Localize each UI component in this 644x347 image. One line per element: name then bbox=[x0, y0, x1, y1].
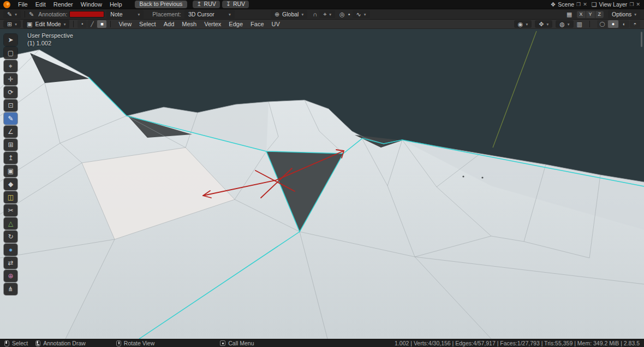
editor-type-dropdown[interactable]: ⊞ ▾ bbox=[3, 20, 21, 28]
3d-viewport[interactable] bbox=[0, 29, 644, 339]
chevron-down-icon: ▾ bbox=[526, 22, 528, 27]
tool-scale[interactable]: ⊡ bbox=[4, 99, 17, 111]
topbar-menu-edit[interactable]: Edit bbox=[32, 1, 50, 8]
mirror-grid-icon: ▦ bbox=[567, 11, 572, 17]
tool-rotate[interactable]: ⟳ bbox=[4, 86, 17, 98]
mirror-z-button[interactable]: Z bbox=[595, 11, 604, 18]
tool-rip-region[interactable]: ⋔ bbox=[4, 283, 17, 295]
topbar-menu-file[interactable]: File bbox=[14, 1, 32, 8]
snapping-dropdown[interactable]: ⌖ ▾ bbox=[319, 10, 335, 18]
viewport-menu-vertex[interactable]: Vertex bbox=[200, 20, 225, 28]
tool-edge-slide[interactable]: ⇄ bbox=[4, 257, 17, 269]
viewport-info-overlay: User Perspective (1) 1.002 bbox=[27, 32, 73, 47]
tool-add-cube[interactable]: ⊞ bbox=[4, 139, 17, 151]
back-to-previous-button[interactable]: Back to Previous bbox=[135, 1, 188, 9]
tool-poly-build[interactable]: △ bbox=[4, 217, 17, 230]
left-toolbar: ➤ ▢ ⌖ ✛ ⟳ ⊡ ✎ ∠ ⊞ ↥ bbox=[4, 34, 17, 295]
xray-toggle-icon[interactable]: ▥ bbox=[577, 21, 582, 27]
viewport-menu-face[interactable]: Face bbox=[247, 20, 267, 28]
scene-icon: ❖ bbox=[550, 2, 556, 8]
tool-loop-cut[interactable]: ◫ bbox=[4, 191, 17, 203]
select-mode-buttons: • ╱ ■ bbox=[77, 20, 106, 28]
blender-logo-icon[interactable] bbox=[3, 1, 10, 8]
tool-icon: ✛ bbox=[8, 76, 13, 83]
editor-type-icon: ⊞ bbox=[7, 21, 12, 27]
tool-select-box[interactable]: ▢ bbox=[4, 47, 17, 59]
viewport-menu-uv[interactable]: UV bbox=[268, 20, 284, 28]
tool-extrude-region[interactable]: ↥ bbox=[4, 152, 17, 164]
mirror-axis-toggles: X Y Z bbox=[577, 11, 604, 18]
shading-material-button[interactable]: ◐ bbox=[619, 20, 629, 28]
annotation-pencil-icon: ✎ bbox=[29, 11, 34, 17]
active-tool-dropdown[interactable]: ✎ ▾ bbox=[3, 10, 21, 18]
proportional-objects-icon[interactable]: • bbox=[348, 11, 350, 17]
topbar-menu-window[interactable]: Window bbox=[77, 1, 106, 8]
unlink-scene-icon[interactable]: ✕ bbox=[583, 2, 587, 7]
mirror-y-button[interactable]: Y bbox=[586, 11, 595, 18]
tool-knife[interactable]: ✂ bbox=[4, 204, 17, 216]
gizmos-dropdown[interactable]: ✥ ▾ bbox=[535, 20, 552, 28]
select-mode-vertex[interactable]: • bbox=[77, 20, 87, 28]
status-hints: Select Annotation Draw Rotate View Call … bbox=[0, 340, 254, 346]
falloff-curve-icon: ∿ bbox=[356, 11, 361, 17]
status-bar: Select Annotation Draw Rotate View Call … bbox=[0, 339, 644, 347]
visibility-dropdown[interactable]: ◉ ▾ bbox=[514, 20, 532, 28]
tool-tweak[interactable]: ➤ bbox=[4, 34, 17, 46]
snap-magnet-icon[interactable]: ∩ bbox=[313, 11, 317, 17]
shading-solid-button[interactable]: ● bbox=[608, 20, 618, 28]
viewport-scrollbar[interactable] bbox=[641, 32, 642, 47]
tool-spin[interactable]: ↻ bbox=[4, 231, 17, 243]
new-scene-icon[interactable]: ❐ bbox=[576, 2, 581, 7]
tool-smooth[interactable]: ● bbox=[4, 244, 17, 256]
viewport-canvas bbox=[0, 29, 644, 339]
chevron-down-icon: ▾ bbox=[138, 12, 140, 17]
tool-icon: ⌖ bbox=[9, 63, 13, 69]
note-layer-dropdown[interactable]: Note ▾ bbox=[106, 10, 144, 19]
tool-annotate[interactable]: ✎ bbox=[4, 113, 17, 125]
remove-view-layer-icon[interactable]: ✕ bbox=[636, 2, 640, 7]
proportional-editing-icon[interactable]: ◎ bbox=[339, 11, 345, 17]
view-layer-selector[interactable]: ❏ View Layer ❐ ✕ bbox=[592, 1, 640, 8]
visibility-icon: ◉ bbox=[518, 21, 523, 27]
chevron-down-icon: ▾ bbox=[546, 22, 548, 27]
overlays-icon: ◍ bbox=[559, 21, 565, 27]
viewport-menu-view[interactable]: View bbox=[115, 20, 135, 28]
tool-bevel[interactable]: ◆ bbox=[4, 178, 17, 190]
viewport-menu-edge[interactable]: Edge bbox=[225, 20, 247, 28]
viewport-menu-select[interactable]: Select bbox=[135, 20, 160, 28]
tool-icon: ⇄ bbox=[8, 260, 13, 266]
mode-dropdown[interactable]: ▣ Edit Mode ▾ bbox=[23, 20, 69, 28]
chevron-down-icon: ▾ bbox=[634, 12, 636, 17]
tool-icon: ✂ bbox=[8, 207, 13, 214]
tool-measure[interactable]: ∠ bbox=[4, 126, 17, 138]
select-mode-edge[interactable]: ╱ bbox=[87, 20, 97, 28]
new-view-layer-icon[interactable]: ❐ bbox=[629, 2, 634, 7]
tool-icon: ▢ bbox=[8, 50, 14, 56]
keymap-button[interactable]: ↧ RUV bbox=[222, 1, 249, 9]
mirror-x-button[interactable]: X bbox=[577, 11, 586, 18]
tool-icon: ⊡ bbox=[8, 102, 13, 109]
options-dropdown[interactable]: Options ▾ bbox=[608, 10, 640, 19]
tool-shrink-fatten[interactable]: ⊕ bbox=[4, 270, 17, 282]
scene-selector[interactable]: ❖ Scene ❐ ✕ bbox=[550, 1, 587, 8]
overlays-dropdown[interactable]: ◍ ▾ bbox=[556, 20, 573, 28]
tool-cursor[interactable]: ⌖ bbox=[4, 60, 17, 72]
shading-rendered-button[interactable]: ◓ bbox=[630, 20, 640, 28]
chevron-down-icon: ▾ bbox=[364, 12, 366, 17]
placement-dropdown[interactable]: 3D Cursor ▾ bbox=[184, 10, 235, 19]
transform-orientation-dropdown[interactable]: ⊕ Global ▾ bbox=[271, 10, 307, 19]
topbar-menu-help[interactable]: Help bbox=[106, 1, 126, 8]
topbar-menu-render[interactable]: Render bbox=[50, 1, 77, 8]
select-mode-face[interactable]: ■ bbox=[97, 20, 106, 28]
viewport-menu-add[interactable]: Add bbox=[160, 20, 178, 28]
keymap-button[interactable]: ↥ RUV bbox=[193, 1, 219, 9]
viewport-menu-mesh[interactable]: Mesh bbox=[178, 20, 200, 28]
tool-inset-faces[interactable]: ▣ bbox=[4, 165, 17, 177]
tool-move[interactable]: ✛ bbox=[4, 73, 17, 85]
annotation-color-swatch[interactable] bbox=[69, 11, 104, 17]
shading-wireframe-button[interactable]: ◯ bbox=[597, 20, 607, 28]
wireframe-icon: ◯ bbox=[599, 21, 605, 27]
falloff-dropdown[interactable]: ∿ ▾ bbox=[353, 10, 370, 18]
edit-mode-icon: ▣ bbox=[27, 21, 32, 27]
topbar-menus: FileEditRenderWindowHelp bbox=[14, 1, 126, 8]
